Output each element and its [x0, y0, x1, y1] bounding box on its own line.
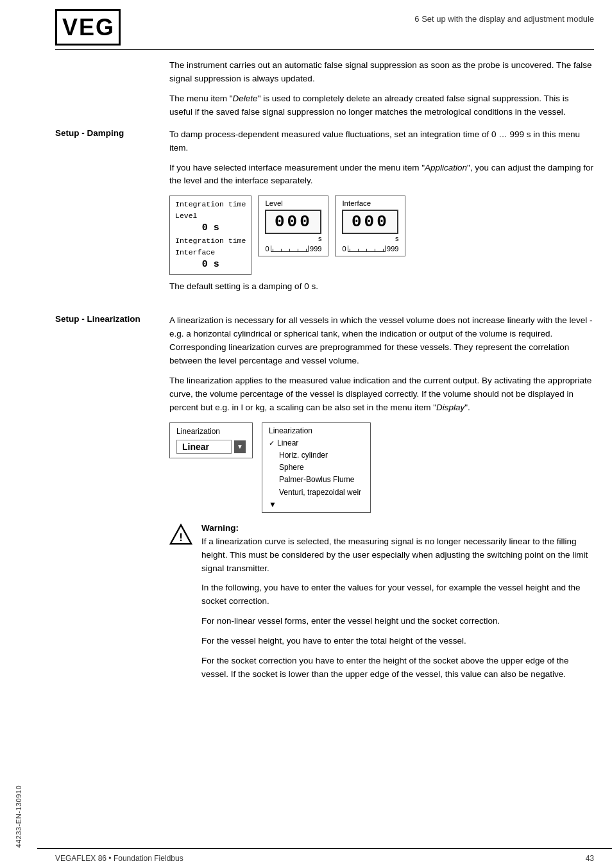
fig-center-title: Level	[265, 199, 321, 207]
warning-triangle-svg: !	[169, 522, 192, 547]
page-footer: VEGAFLEX 86 • Foundation Fieldbus 43	[37, 848, 612, 868]
fig-right-slider: 0 999	[342, 245, 398, 253]
linearization-section: Setup - Linearization A linearization is…	[55, 314, 594, 696]
warning-para-4: For the vessel height, you have to enter…	[201, 635, 594, 648]
lin-item-linear[interactable]: Linear	[269, 437, 364, 449]
damping-para-1: To damp process-dependent measured value…	[169, 128, 594, 155]
warning-section: ! Warning: If a linearization curve is s…	[169, 523, 594, 688]
lin-para-2: The linearization applies to the measure…	[169, 374, 594, 415]
lin-para-1: A linearization is necessary for all ves…	[169, 314, 594, 368]
damping-section: Setup - Damping To damp process-dependen…	[55, 128, 594, 301]
warning-para-1: If a linearization curve is selected, th…	[201, 535, 594, 576]
fig-center-track	[271, 246, 309, 252]
damping-figure-left: Integration time Level 0 s Integration t…	[169, 196, 251, 275]
warning-title: Warning:	[201, 523, 594, 533]
damping-label: Setup - Damping	[55, 128, 158, 301]
vega-logo: VEGA	[55, 9, 121, 46]
warning-para-2: In the following, you have to enter the …	[201, 581, 594, 608]
intro-para-1: The instrument carries out an automatic …	[169, 59, 594, 86]
main-content: VEGA 6 Set up with the display and adjus…	[37, 0, 612, 735]
fig-center-display: 000	[265, 210, 321, 234]
fig-left-value2: 0 s	[175, 258, 246, 272]
chapter-title: 6 Set up with the display and adjustment…	[414, 14, 594, 24]
fig-left-title4: Interface	[175, 247, 246, 258]
lin-item-palmer[interactable]: Palmer-Bowlus Flume	[269, 474, 364, 486]
fig-right-unit: s	[342, 235, 398, 242]
fig-left-title1: Integration time	[175, 199, 246, 210]
lin-value-row: Linear ▼	[176, 440, 246, 454]
fig-left-title2: Level	[175, 210, 246, 221]
lin-left-title: Linearization	[176, 427, 246, 436]
lin-right-title: Linearization	[269, 426, 364, 435]
damping-figure-center: Level 000 s 0 999	[258, 196, 328, 256]
footer-right: 43	[586, 854, 594, 863]
intro-para-2: The menu item "Delete" is used to comple…	[169, 92, 594, 119]
lin-item-venturi[interactable]: Venturi, trapezoidal weir	[269, 487, 364, 499]
intro-section: The instrument carries out an automatic …	[169, 59, 594, 119]
svg-text:VEGA: VEGA	[62, 14, 114, 39]
lin-current-value[interactable]: Linear	[176, 440, 232, 454]
svg-text:!: !	[179, 531, 183, 544]
warning-para-3: For non-linear vessel forms, enter the v…	[201, 615, 594, 628]
logo-svg: VEGA	[62, 12, 114, 39]
lin-widget-right: Linearization Linear Horiz. cylinder Sph…	[262, 422, 371, 513]
warning-icon: !	[169, 523, 192, 546]
warning-para-5: For the socket correction you have to en…	[201, 655, 594, 681]
damping-figures: Integration time Level 0 s Integration t…	[169, 196, 594, 275]
warning-content: Warning: If a linearization curve is sel…	[201, 523, 594, 688]
damping-figure-right: Interface 000 s 0 999	[335, 196, 405, 256]
damping-default-note: The default setting is a damping of 0 s.	[169, 280, 594, 294]
linearization-widget: Linearization Linear ▼ Linearization Lin…	[169, 422, 594, 513]
linearization-label: Setup - Linearization	[55, 314, 158, 696]
sidebar-text: 44233-EN-130910	[15, 785, 22, 847]
lin-item-sphere[interactable]: Sphere	[269, 462, 364, 474]
fig-right-title: Interface	[342, 199, 398, 207]
damping-content: To damp process-dependent measured value…	[169, 128, 594, 301]
damping-para-2: If you have selected interface measureme…	[169, 162, 594, 188]
sidebar: 44233-EN-130910	[0, 0, 37, 868]
fig-left-value1: 0 s	[175, 221, 246, 236]
fig-center-slider: 0 999	[265, 245, 321, 253]
fig-right-track	[348, 246, 386, 252]
fig-left-title3: Integration time	[175, 235, 246, 246]
page-header: VEGA 6 Set up with the display and adjus…	[55, 0, 594, 50]
linearization-content: A linearization is necessary for all ves…	[169, 314, 594, 696]
lin-dropdown-arrow[interactable]: ▼	[234, 440, 246, 453]
lin-widget-left: Linearization Linear ▼	[169, 422, 253, 458]
footer-left: VEGAFLEX 86 • Foundation Fieldbus	[55, 854, 183, 863]
fig-center-unit: s	[265, 235, 321, 242]
fig-right-display: 000	[342, 210, 398, 234]
lin-item-horiz-cylinder[interactable]: Horiz. cylinder	[269, 449, 364, 462]
lin-scroll-down: ▼	[269, 500, 364, 509]
